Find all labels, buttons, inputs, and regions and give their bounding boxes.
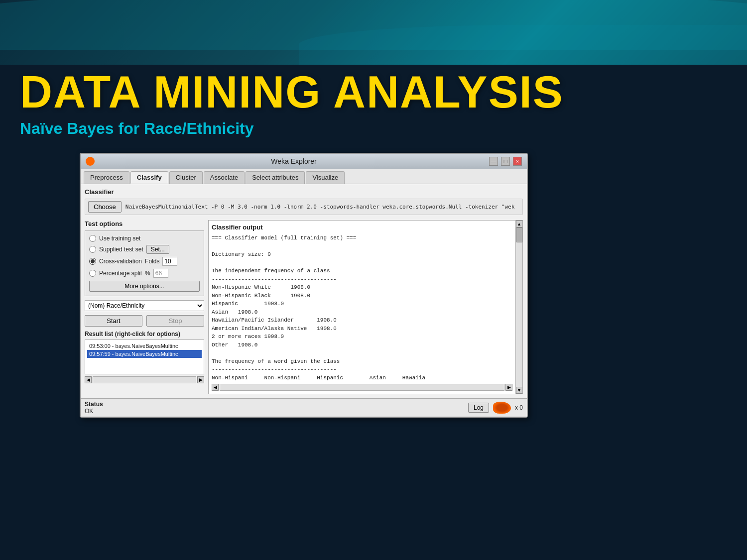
- option-supplied-test-set: Supplied test set Set...: [89, 245, 200, 254]
- folds-label: Folds: [145, 258, 159, 265]
- output-hscrollbar: ◀ ▶: [212, 384, 512, 391]
- page-title: DATA MINING ANALYSIS: [20, 70, 727, 114]
- stop-button[interactable]: Stop: [146, 315, 204, 327]
- classifier-row: Choose NaiveBayesMultinomialText -P 0 -M…: [85, 199, 523, 215]
- target-select[interactable]: (Nom) Race/Ethnicity: [85, 300, 204, 311]
- minimize-button[interactable]: —: [489, 157, 498, 166]
- weka-icon: [86, 157, 95, 166]
- result-item[interactable]: 09:53:00 - bayes.NaiveBayesMultinc: [87, 342, 202, 350]
- tab-preprocess[interactable]: Preprocess: [84, 171, 129, 184]
- use-training-set-label: Use training set: [99, 235, 140, 242]
- folds-input[interactable]: [162, 257, 177, 266]
- counter-text: x 0: [515, 404, 523, 411]
- tab-visualize[interactable]: Visualize: [306, 171, 345, 184]
- status-label: Status: [85, 401, 103, 408]
- radio-percentage-split[interactable]: [89, 270, 96, 277]
- classifier-section-label: Classifier: [85, 188, 523, 196]
- classifier-output-panel: Classifier output === Classifier model (…: [208, 220, 523, 394]
- set-button[interactable]: Set...: [146, 245, 169, 254]
- tab-bar: Preprocess Classify Cluster Associate Se…: [81, 169, 527, 184]
- vscroll-thumb[interactable]: [516, 227, 522, 242]
- status-bar: Status OK Log x 0: [81, 398, 527, 417]
- status-ok: OK: [85, 408, 103, 415]
- radio-supplied-test-set[interactable]: [89, 246, 96, 253]
- start-button[interactable]: Start: [85, 315, 142, 327]
- pct-input[interactable]: [153, 269, 168, 278]
- hscroll-track[interactable]: [220, 384, 504, 391]
- classifier-output-text: === Classifier model (full training set)…: [212, 234, 519, 382]
- weka-body: Classifier Choose NaiveBayesMultinomialT…: [81, 184, 527, 398]
- weka-window: Weka Explorer — □ × Preprocess Classify …: [80, 153, 528, 418]
- tab-associate[interactable]: Associate: [204, 171, 245, 184]
- weka-title: Weka Explorer: [99, 157, 489, 165]
- test-options-label: Test options: [85, 220, 204, 227]
- scroll-left-arrow[interactable]: ◀: [85, 376, 92, 383]
- tab-select-attributes[interactable]: Select attributes: [246, 171, 305, 184]
- radio-cross-validation[interactable]: [89, 258, 96, 265]
- supplied-test-set-label: Supplied test set: [99, 246, 143, 253]
- start-stop-row: Start Stop: [85, 315, 204, 327]
- close-button[interactable]: ×: [513, 157, 522, 166]
- tab-cluster[interactable]: Cluster: [169, 171, 203, 184]
- scroll-right-arrow[interactable]: ▶: [197, 376, 204, 383]
- percentage-split-label: Percentage split: [99, 270, 142, 277]
- vscroll-up-arrow[interactable]: ▲: [516, 221, 523, 227]
- result-item-selected[interactable]: 09:57:59 - bayes.NaiveBayesMultinc: [87, 350, 202, 358]
- two-panel: Test options Use training set Supplied t…: [85, 220, 523, 394]
- weka-titlebar: Weka Explorer — □ ×: [81, 154, 527, 169]
- hscroll-right-arrow[interactable]: ▶: [505, 384, 512, 391]
- result-hscrollbar: ◀ ▶: [85, 376, 204, 383]
- left-panel: Test options Use training set Supplied t…: [85, 220, 204, 394]
- classifier-output-label: Classifier output: [212, 224, 519, 231]
- vscroll-down-arrow[interactable]: ▼: [516, 387, 523, 394]
- radio-use-training-set[interactable]: [89, 235, 96, 242]
- page-subtitle: Naïve Bayes for Race/Ethnicity: [20, 119, 727, 138]
- maximize-button[interactable]: □: [501, 157, 510, 166]
- option-cross-validation: Cross-validation Folds: [89, 257, 200, 266]
- hscroll-left-arrow[interactable]: ◀: [212, 384, 219, 391]
- tab-classify[interactable]: Classify: [130, 171, 168, 184]
- test-options-box: Use training set Supplied test set Set..…: [85, 230, 204, 296]
- result-list-label: Result list (right-click for options): [85, 331, 204, 337]
- scroll-track[interactable]: [93, 376, 196, 383]
- window-controls: — □ ×: [489, 157, 522, 166]
- result-list[interactable]: 09:53:00 - bayes.NaiveBayesMultinc 09:57…: [85, 339, 204, 374]
- choose-button[interactable]: Choose: [88, 201, 122, 213]
- log-button[interactable]: Log: [468, 403, 489, 413]
- classifier-text: NaiveBayesMultinomialText -P 0 -M 3.0 -n…: [125, 204, 514, 210]
- option-use-training-set: Use training set: [89, 235, 200, 242]
- output-vscrollbar[interactable]: ▲ ▼: [515, 221, 522, 394]
- option-percentage-split: Percentage split %: [89, 269, 200, 278]
- pct-sign: %: [145, 270, 150, 277]
- weka-bird-icon: [493, 402, 511, 414]
- more-options-button[interactable]: More options...: [89, 281, 200, 292]
- cross-validation-label: Cross-validation: [99, 258, 142, 265]
